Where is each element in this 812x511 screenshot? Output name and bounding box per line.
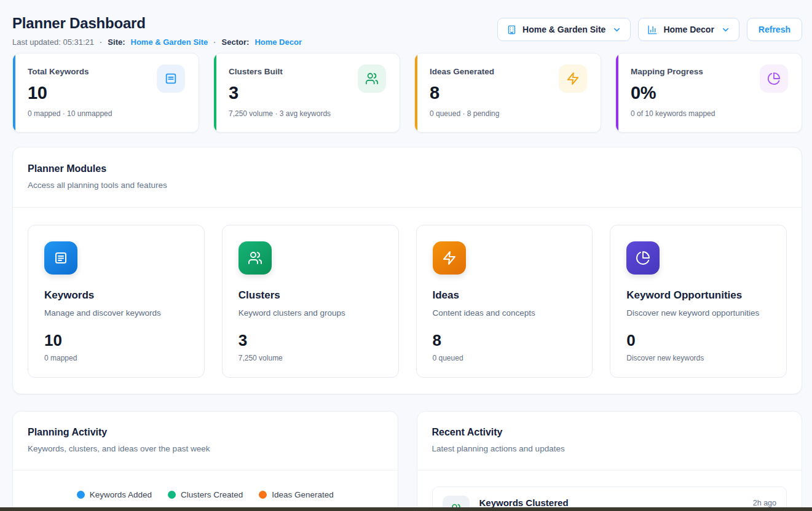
accent-bar xyxy=(415,53,417,132)
planning-activity-card: Planning Activity Keywords, clusters, an… xyxy=(12,411,398,511)
section-title: Planner Modules xyxy=(28,163,787,174)
module-card-keyword-opportunities[interactable]: Keyword Opportunities Discover new keywo… xyxy=(610,225,787,378)
module-card-keywords[interactable]: Keywords Manage and discover keywords 10… xyxy=(28,225,205,378)
page-header: Planner Dashboard Last updated: 05:31:21… xyxy=(12,15,802,47)
activity-timestamp: 2h ago xyxy=(753,496,776,507)
module-title: Clusters xyxy=(238,289,382,302)
pie-chart-icon xyxy=(760,64,788,93)
bottom-window-edge xyxy=(0,507,812,511)
panel-header: Planning Activity Keywords, clusters, an… xyxy=(13,412,398,470)
document-icon xyxy=(157,64,185,93)
sector-selector-dropdown[interactable]: Home Decor xyxy=(638,18,739,41)
page-title: Planner Dashboard xyxy=(12,15,302,32)
document-icon xyxy=(44,241,77,275)
module-card-ideas[interactable]: Ideas Content ideas and concepts 8 0 que… xyxy=(416,225,593,378)
building-icon xyxy=(507,25,517,35)
legend-dot-icon xyxy=(259,491,267,499)
sector-link[interactable]: Home Decor xyxy=(254,37,302,47)
pie-chart-icon xyxy=(626,241,660,275)
stat-card-clusters-built[interactable]: Clusters Built 3 7,250 volume · 3 avg ke… xyxy=(213,53,400,133)
header-left: Planner Dashboard Last updated: 05:31:21… xyxy=(12,15,302,47)
stat-card-mapping-progress[interactable]: Mapping Progress 0% 0 of 10 keywords map… xyxy=(615,53,802,133)
section-title: Planning Activity xyxy=(28,427,383,438)
module-description: Discover new keyword opportunities xyxy=(626,308,770,318)
last-updated: Last updated: 05:31:21 xyxy=(12,37,94,47)
module-title: Keyword Opportunities xyxy=(626,289,770,302)
planner-dashboard-page: Planner Dashboard Last updated: 05:31:21… xyxy=(0,0,812,511)
module-subtext: 0 mapped xyxy=(44,354,188,362)
users-icon xyxy=(238,241,272,275)
site-label: Site: xyxy=(108,37,125,47)
module-title: Keywords xyxy=(44,289,188,302)
sector-label: Sector: xyxy=(222,37,250,47)
chart-legend: Keywords Added Clusters Created Ideas Ge… xyxy=(13,490,398,499)
panel-header: Recent Activity Latest planning actions … xyxy=(417,412,802,470)
section-subtitle: Latest planning actions and updates xyxy=(432,444,787,453)
legend-item-clusters-created[interactable]: Clusters Created xyxy=(168,490,243,499)
module-value: 8 xyxy=(433,331,577,350)
bottom-row: Planning Activity Keywords, clusters, an… xyxy=(12,411,802,511)
module-description: Manage and discover keywords xyxy=(44,308,188,318)
module-value: 10 xyxy=(44,331,188,350)
module-description: Keyword clusters and groups xyxy=(238,308,382,318)
module-subtext: 7,250 volume xyxy=(238,354,382,362)
module-subtext: 0 queued xyxy=(433,354,577,362)
module-value: 3 xyxy=(238,331,382,350)
module-title: Ideas xyxy=(433,289,577,302)
module-card-clusters[interactable]: Clusters Keyword clusters and groups 3 7… xyxy=(222,225,399,378)
activity-chart: Keywords Added Clusters Created Ideas Ge… xyxy=(13,470,398,511)
panel-header: Planner Modules Access all planning tool… xyxy=(13,147,802,207)
accent-bar xyxy=(214,53,216,132)
legend-dot-icon xyxy=(168,491,176,499)
planner-modules-panel: Planner Modules Access all planning tool… xyxy=(12,147,802,394)
users-icon xyxy=(358,64,386,93)
accent-bar xyxy=(13,53,15,132)
legend-item-ideas-generated[interactable]: Ideas Generated xyxy=(259,490,334,499)
section-subtitle: Access all planning tools and features xyxy=(28,181,787,190)
section-title: Recent Activity xyxy=(432,427,787,438)
stats-row: Total Keywords 10 0 mapped · 10 unmapped… xyxy=(12,53,802,133)
toolbar: Home & Garden Site Home Decor Refresh xyxy=(497,18,802,41)
breadcrumb: Last updated: 05:31:21 · Site: Home & Ga… xyxy=(12,37,302,47)
accent-bar xyxy=(616,53,618,132)
activity-list: Keywords Clustered 3 new clusters create… xyxy=(417,470,802,511)
sector-selector-label: Home Decor xyxy=(663,25,714,34)
legend-dot-icon xyxy=(77,491,85,499)
activity-title: Keywords Clustered xyxy=(479,497,743,508)
modules-grid: Keywords Manage and discover keywords 10… xyxy=(13,208,802,394)
module-value: 0 xyxy=(626,331,770,350)
legend-label: Ideas Generated xyxy=(272,490,334,499)
site-selector-label: Home & Garden Site xyxy=(522,25,605,34)
zap-icon xyxy=(433,241,466,275)
meta-separator: · xyxy=(100,37,102,47)
stat-subtext: 7,250 volume · 3 avg keywords xyxy=(229,109,386,118)
chevron-down-icon xyxy=(721,25,730,34)
module-description: Content ideas and concepts xyxy=(433,308,577,318)
stat-card-ideas-generated[interactable]: Ideas Generated 8 0 queued · 8 pending xyxy=(414,53,601,133)
stat-subtext: 0 of 10 keywords mapped xyxy=(631,109,788,118)
refresh-button[interactable]: Refresh xyxy=(747,18,802,41)
stat-subtext: 0 mapped · 10 unmapped xyxy=(28,109,185,118)
recent-activity-card: Recent Activity Latest planning actions … xyxy=(417,411,803,511)
bar-chart-icon xyxy=(647,25,658,35)
module-subtext: Discover new keywords xyxy=(626,354,770,362)
stat-subtext: 0 queued · 8 pending xyxy=(430,109,587,118)
stat-card-total-keywords[interactable]: Total Keywords 10 0 mapped · 10 unmapped xyxy=(12,53,199,133)
legend-label: Keywords Added xyxy=(90,490,152,499)
section-subtitle: Keywords, clusters, and ideas over the p… xyxy=(28,444,383,453)
legend-item-keywords-added[interactable]: Keywords Added xyxy=(77,490,152,499)
chevron-down-icon xyxy=(612,25,621,34)
meta-separator: · xyxy=(213,37,216,47)
zap-icon xyxy=(559,64,587,93)
site-selector-dropdown[interactable]: Home & Garden Site xyxy=(497,18,631,41)
legend-label: Clusters Created xyxy=(181,490,243,499)
site-link[interactable]: Home & Garden Site xyxy=(131,37,208,47)
